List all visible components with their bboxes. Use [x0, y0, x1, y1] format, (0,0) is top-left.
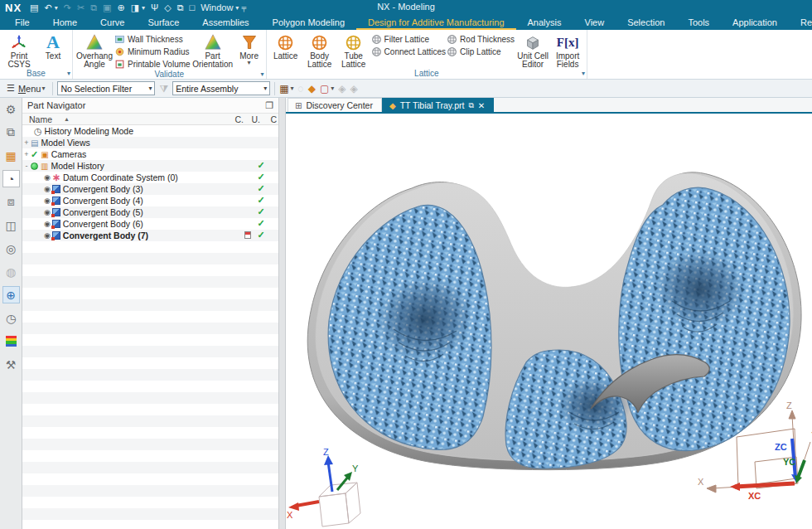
selection-filter-icon[interactable]: ⧩: [159, 83, 168, 95]
tree-row-convergent-body-6[interactable]: ◉ Convergent Body (6) ✓: [22, 218, 278, 230]
group-dropdown-icon[interactable]: ▾: [261, 70, 264, 78]
window-copy-icon[interactable]: ⧉: [177, 2, 184, 13]
window-menu-dropdown-icon[interactable]: ▾: [235, 4, 239, 12]
tree-row-history-modeling-mode[interactable]: ◷ History Modeling Mode: [22, 125, 278, 137]
connect-lattices-button[interactable]: Connect Lattices: [371, 46, 447, 57]
tibial-tray-model[interactable]: Z Y X: [286, 114, 812, 527]
undock-panel-icon[interactable]: ❐: [265, 100, 273, 111]
tab-surface[interactable]: Surface: [136, 16, 191, 30]
work-plane-icon[interactable]: ◆: [308, 83, 316, 95]
history-icon[interactable]: ◷: [2, 309, 20, 327]
show-hide-icon[interactable]: ◇: [164, 2, 171, 13]
tab-render[interactable]: Render: [789, 16, 812, 30]
move-face-icon[interactable]: ▢: [320, 83, 329, 95]
window-menu[interactable]: Window: [201, 2, 233, 12]
expand-icon[interactable]: +: [22, 150, 31, 158]
eye-icon[interactable]: ◉: [44, 173, 51, 182]
panel-splitter[interactable]: [279, 98, 286, 529]
tab-analysis[interactable]: Analysis: [516, 16, 573, 30]
expand-icon[interactable]: +: [22, 138, 31, 147]
window-layout-icon[interactable]: □: [190, 2, 196, 12]
printable-volume-button[interactable]: Printable Volume: [114, 58, 191, 70]
print-csys-button[interactable]: Print CSYS: [2, 32, 36, 69]
clip-lattice-button[interactable]: Clip Lattice: [447, 46, 515, 57]
reuse-library-icon[interactable]: ⧈: [2, 193, 20, 211]
wall-thickness-button[interactable]: Wall Thickness: [114, 33, 191, 45]
command-finder-mic-icon[interactable]: Ψ: [151, 2, 158, 12]
group-dropdown-icon[interactable]: ▾: [582, 70, 585, 77]
touch-mode-icon[interactable]: ◨: [131, 2, 139, 13]
eye-icon[interactable]: ◉: [44, 231, 51, 240]
eye-icon[interactable]: ◉: [44, 220, 51, 228]
settings-gear-icon[interactable]: ⚙: [2, 100, 20, 118]
undo-dropdown-icon[interactable]: ▾: [55, 4, 58, 12]
tab-assemblies[interactable]: Assemblies: [191, 16, 260, 30]
unit-cell-editor-button[interactable]: Unit Cell Editor: [515, 32, 550, 69]
save-icon[interactable]: ▤: [30, 2, 38, 13]
eye-icon[interactable]: ◉: [44, 197, 51, 205]
tab-design-for-additive-manufacturing[interactable]: Design for Additive Manufacturing: [356, 16, 515, 30]
system-materials-icon[interactable]: [2, 332, 20, 350]
move-object-icon[interactable]: ⊕: [117, 2, 124, 13]
web-browser-icon[interactable]: ⊕: [2, 286, 20, 303]
tab-curve[interactable]: Curve: [89, 16, 136, 30]
tab-application[interactable]: Application: [721, 16, 789, 30]
paste-icon[interactable]: ▣: [103, 2, 111, 13]
lattice-button[interactable]: Lattice: [269, 32, 302, 61]
part-navigator-icon[interactable]: ◔: [2, 170, 20, 187]
undo-icon[interactable]: ↶: [44, 2, 51, 13]
tree-row-model-history[interactable]: - ▥ Model History ✓: [22, 160, 278, 172]
part-orientation-button[interactable]: Part Orientation: [191, 32, 234, 69]
visual-reports-icon[interactable]: ◎: [2, 240, 20, 257]
minimum-radius-button[interactable]: Minimum Radius: [114, 46, 191, 57]
validate-more-button[interactable]: More ▾: [235, 32, 263, 66]
tree-row-model-views[interactable]: + ▤ Model Views: [22, 137, 278, 148]
cut-icon[interactable]: ✂: [77, 2, 85, 13]
selection-scope-combo[interactable]: Entire Assembly▾: [172, 81, 270, 95]
rod-thickness-button[interactable]: Rod Thickness: [447, 33, 515, 45]
tab-home[interactable]: Home: [41, 16, 89, 30]
touch-mode-dropdown-icon[interactable]: ▾: [142, 4, 145, 12]
redo-icon[interactable]: ↷: [64, 2, 71, 13]
eye-icon[interactable]: ◉: [44, 185, 51, 193]
tree-row-convergent-body-3[interactable]: ◉ Convergent Body (3) ✓: [22, 183, 278, 195]
move-face-dropdown-icon[interactable]: ▾: [331, 85, 334, 92]
tree-row-convergent-body-7[interactable]: ◉ Convergent Body (7) ✓: [22, 230, 278, 241]
overhang-angle-button[interactable]: Overhang Angle: [75, 32, 114, 69]
tab-view[interactable]: View: [573, 16, 616, 30]
tube-lattice-button[interactable]: Tube Lattice: [337, 32, 370, 69]
assembly-navigator-icon[interactable]: ⧉: [2, 124, 20, 141]
roles-customization-icon[interactable]: ⚒: [2, 356, 20, 373]
snap-point-icon[interactable]: ▦: [279, 83, 288, 95]
hd3d-tools-icon[interactable]: ◫: [2, 216, 20, 234]
snap-point-dropdown-icon[interactable]: ▾: [290, 85, 293, 92]
menu-button[interactable]: ☰ Menu ▾: [3, 82, 48, 95]
tree-row-convergent-body-4[interactable]: ◉ Convergent Body (4) ✓: [22, 195, 278, 206]
tree-row-convergent-body-5[interactable]: ◉ Convergent Body (5) ✓: [22, 206, 278, 218]
tree-row-datum-csys[interactable]: ◉ ∗ Datum Coordinate System (0) ✓: [22, 172, 278, 183]
constraint-navigator-icon[interactable]: ▦: [2, 147, 20, 164]
tree-column-headers[interactable]: Name ▲ C. U. C: [22, 113, 278, 125]
tab-file[interactable]: File: [3, 16, 41, 30]
shaded-cube2-icon[interactable]: ◈: [350, 83, 357, 95]
import-fields-button[interactable]: F[x] Import Fields: [551, 32, 584, 69]
tab-tools[interactable]: Tools: [676, 16, 721, 30]
internet-icon[interactable]: ◍: [2, 263, 20, 280]
group-dropdown-icon[interactable]: ▾: [67, 70, 70, 77]
minimize-ribbon-icon[interactable]: ╤: [241, 4, 246, 12]
collapse-icon[interactable]: -: [22, 162, 31, 170]
tab-tt-tibial-tray[interactable]: ◆ TT Tibial Tray.prt ⧉ ✕: [382, 98, 494, 112]
tree-row-cameras[interactable]: + ✓ ▣ Cameras: [22, 148, 278, 160]
tab-discovery-center[interactable]: ⊞ Discovery Center: [288, 98, 382, 112]
close-tab-icon[interactable]: ✕: [478, 101, 485, 110]
tab-polygon-modeling[interactable]: Polygon Modeling: [261, 16, 356, 30]
text-button[interactable]: A Text: [36, 32, 70, 61]
shaded-cube-icon[interactable]: ◈: [338, 83, 346, 95]
selection-filter-combo[interactable]: No Selection Filter▾: [57, 81, 155, 95]
body-lattice-button[interactable]: Body Lattice: [303, 32, 336, 69]
model-canvas[interactable]: Z Y X: [286, 114, 812, 529]
eye-icon[interactable]: ◉: [44, 208, 51, 216]
tab-selection[interactable]: Selection: [616, 16, 676, 30]
selection-tool-icon[interactable]: ◌: [298, 83, 304, 95]
copy-icon[interactable]: ⧉: [90, 2, 97, 13]
